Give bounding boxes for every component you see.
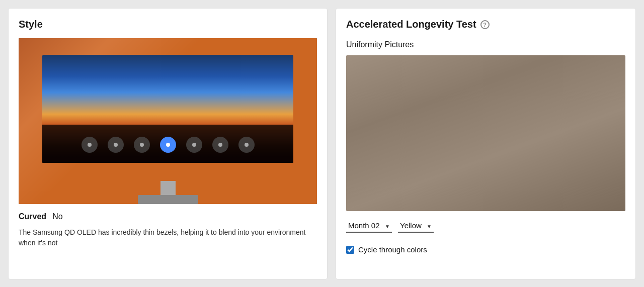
tv-background: [19, 38, 317, 204]
curved-label: Curved: [19, 212, 46, 221]
tv-stand-base: [138, 195, 198, 204]
tv-icons-row: [82, 137, 255, 153]
right-panel-header: Accelerated Longevity Test ?: [346, 19, 625, 30]
tv-stand-neck: [160, 181, 176, 195]
cycle-label: Cycle through colors: [358, 245, 427, 254]
color-dropdown[interactable]: Red Green Blue Yellow White Gray: [398, 219, 434, 233]
controls-row: Month 01 Month 02 Month 03 Month 04 Mont…: [346, 219, 625, 239]
help-icon[interactable]: ?: [480, 20, 490, 29]
uniformity-image: [346, 55, 625, 211]
tv-image: [19, 38, 317, 204]
longevity-title: Accelerated Longevity Test: [346, 19, 476, 30]
tv-icon-1: [82, 137, 98, 153]
tv-overlay: [42, 125, 293, 162]
tv-icon-3: [134, 137, 150, 153]
tv-screen: [42, 55, 293, 163]
style-title: Style: [19, 19, 317, 30]
tv-icon-7: [238, 137, 255, 153]
main-container: Style: [8, 8, 636, 279]
uniformity-section-title: Uniformity Pictures: [346, 40, 625, 49]
tv-icon-4-active: [160, 137, 176, 153]
style-panel: Style: [8, 8, 328, 279]
tv-icon-5: [186, 137, 202, 153]
curved-row: Curved No: [19, 212, 317, 221]
tv-icon-6: [212, 137, 228, 153]
month-dropdown[interactable]: Month 01 Month 02 Month 03 Month 04 Mont…: [346, 219, 392, 233]
month-dropdown-wrapper: Month 01 Month 02 Month 03 Month 04 Mont…: [346, 219, 392, 233]
longevity-panel: Accelerated Longevity Test ? Uniformity …: [336, 8, 636, 279]
cycle-row: Cycle through colors: [346, 245, 625, 254]
color-dropdown-wrapper: Red Green Blue Yellow White Gray ▼: [398, 219, 434, 233]
curved-value: No: [52, 212, 62, 221]
description-text: The Samsung QD OLED has incredibly thin …: [19, 227, 317, 248]
cycle-checkbox[interactable]: [346, 246, 354, 254]
tv-stand: [138, 181, 198, 204]
tv-icon-2: [108, 137, 124, 153]
